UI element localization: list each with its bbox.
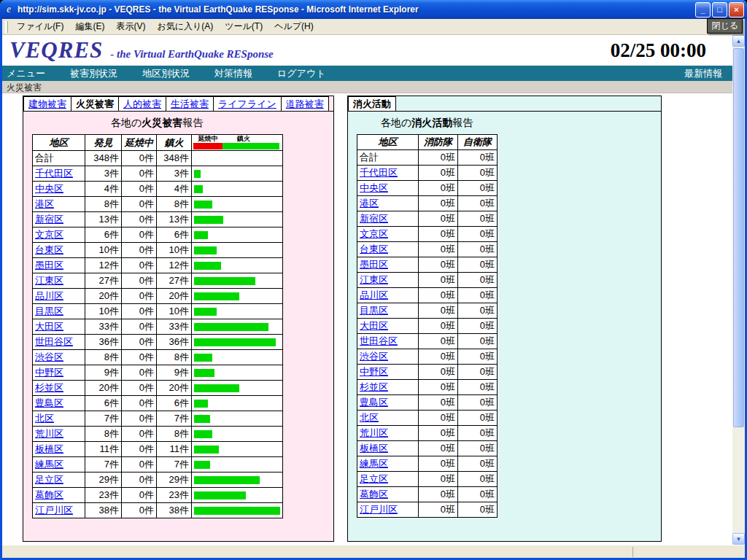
district-link[interactable]: 大田区 [35,321,63,332]
district-link[interactable]: 新宿区 [35,214,63,225]
district-link[interactable]: 品川区 [35,290,63,301]
district-link[interactable]: 練馬区 [360,458,388,469]
count-cell: 0件 [122,258,157,273]
count-cell: 20件 [85,289,122,304]
count-cell: 8件 [157,197,192,212]
district-link[interactable]: 足立区 [35,474,63,485]
count-cell: 0件 [122,243,157,258]
district-link[interactable]: 葛飾区 [35,489,63,500]
vertical-scrollbar[interactable]: ▲ ▼ [732,35,745,545]
district-link[interactable]: 台東区 [35,244,63,255]
damage-tab[interactable]: 建物被害 [23,96,71,111]
extinguished-bar [194,354,212,362]
menu-item[interactable]: ツール(T) [219,19,268,34]
count-cell: 0班 [458,349,498,365]
count-cell: 0班 [458,150,498,166]
menu-item[interactable]: ファイル(F) [11,19,69,34]
district-link[interactable]: 千代田区 [35,168,73,179]
district-link[interactable]: 台東区 [360,244,388,254]
district-link[interactable]: 文京区 [35,229,63,240]
district-link[interactable]: 港区 [35,198,54,209]
district-link[interactable]: 目黒区 [35,306,63,316]
nav-item[interactable]: 地区別状況 [142,67,190,80]
district-link[interactable]: 板橋区 [35,443,63,454]
damage-tab[interactable]: 火災被害 [71,96,119,111]
title-strong: 消火活動 [411,117,452,128]
district-link[interactable]: 千代田区 [360,167,398,178]
menu-item[interactable]: お気に入り(A) [151,19,219,34]
district-link[interactable]: 中央区 [35,183,63,194]
district-link[interactable]: 練馬区 [35,459,63,470]
damage-tab[interactable]: 生活被害 [166,96,214,111]
district-link[interactable]: 葛飾区 [360,489,388,499]
count-cell: 0班 [419,257,458,273]
count-cell: 0件 [122,411,157,427]
district-link[interactable]: 杉並区 [360,381,388,392]
district-link[interactable]: 荒川区 [35,428,63,439]
scrollbar-thumb[interactable] [733,48,744,427]
district-link[interactable]: 中野区 [360,366,388,377]
menu-item[interactable]: 表示(V) [110,19,151,34]
district-link[interactable]: 豊島区 [35,397,63,408]
scrollbar-track[interactable] [732,47,745,533]
page-section-label: 火災被害 [2,81,732,93]
status-zone-pane [632,547,742,557]
district-link[interactable]: 荒川区 [360,427,388,438]
table-row: 葛飾区23件0件23件 [33,488,283,503]
district-link[interactable]: 中野区 [35,367,63,378]
district-link[interactable]: 江東区 [35,275,63,286]
district-link[interactable]: 港区 [360,198,379,209]
maximize-button[interactable]: □ [712,2,727,18]
district-link[interactable]: 大田区 [360,320,388,331]
district-link[interactable]: 墨田区 [360,259,388,270]
menu-item[interactable]: 編集(E) [69,19,110,34]
nav-item[interactable]: 対策情報 [214,67,252,80]
district-link[interactable]: 杉並区 [35,382,63,393]
district-link[interactable]: 江戸川区 [360,504,398,515]
district-link[interactable]: 品川区 [360,289,388,300]
nav-item[interactable]: ログアウト [277,67,326,80]
menu-item[interactable]: ヘルプ(H) [268,19,320,34]
district-link[interactable]: 北区 [35,413,54,424]
page-header: VEQRES - the Virtual EarthQuake RESponse… [2,35,732,66]
table-row: 板橋区11件0件11件 [33,442,283,457]
district-link[interactable]: 板橋区 [360,443,388,454]
district-link[interactable]: 中央区 [360,182,388,193]
district-link[interactable]: 文京区 [360,228,388,239]
tab-extinguish-activity[interactable]: 消火活動 [348,96,396,111]
close-button[interactable]: × [729,2,744,18]
damage-tab[interactable]: ライフライン [213,96,282,111]
nav-item[interactable]: 被害別状況 [70,67,117,80]
district-link[interactable]: 世田谷区 [35,336,73,347]
district-link[interactable]: 渋谷区 [35,351,63,362]
count-cell: 9件 [85,365,122,381]
extinguished-bar [194,185,203,193]
count-cell: 0班 [458,502,498,518]
count-cell: 0班 [419,395,458,411]
district-link[interactable]: 墨田区 [35,260,63,271]
district-link[interactable]: 新宿区 [360,213,388,224]
table-row: 大田区0班0班 [357,319,498,334]
damage-tab[interactable]: 道路被害 [281,96,329,111]
damage-tab[interactable]: 人的被害 [118,96,166,111]
district-link[interactable]: 渋谷区 [360,351,388,362]
nav-item-latest-info[interactable]: 最新情報 [684,67,722,80]
nav-item[interactable]: メニュー [7,67,45,80]
table-row: 葛飾区0班0班 [357,487,498,502]
table-row: 練馬区0班0班 [357,456,498,472]
count-cell: 6件 [85,396,122,411]
count-cell: 0班 [458,456,498,472]
scroll-down-button[interactable]: ▼ [732,533,745,545]
district-link[interactable]: 足立区 [360,473,388,484]
district-link[interactable]: 豊島区 [360,397,388,408]
district-link[interactable]: 目黒区 [360,305,388,316]
minimize-button[interactable]: _ [695,2,711,18]
count-cell: 0件 [122,503,157,518]
district-link[interactable]: 北区 [360,412,379,423]
count-cell: 0班 [419,196,458,211]
panels-area: 建物被害火災被害人的被害生活被害ライフライン道路被害 各地の火災被害報告 地区発… [2,93,732,545]
district-link[interactable]: 江東区 [360,274,388,285]
district-link[interactable]: 世田谷区 [360,335,398,346]
district-link[interactable]: 江戸川区 [35,505,73,516]
scroll-up-button[interactable]: ▲ [732,35,745,47]
